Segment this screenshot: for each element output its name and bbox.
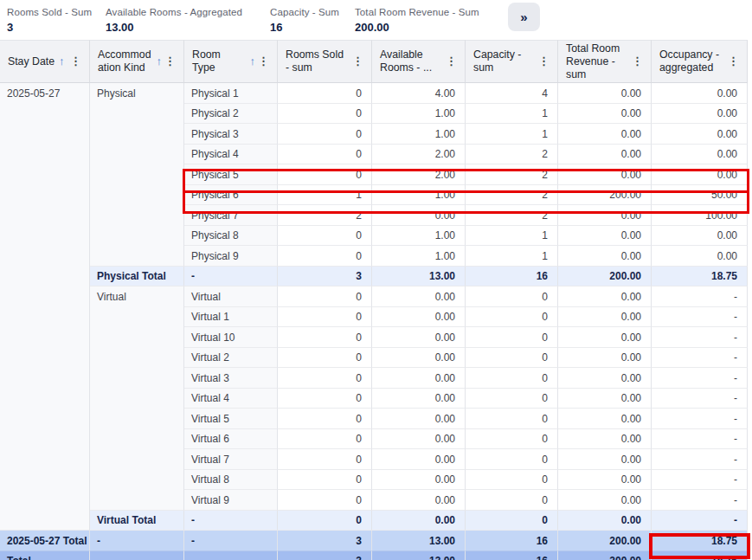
value-cell[interactable]: 0 xyxy=(278,83,372,104)
value-cell[interactable]: 0 xyxy=(466,449,558,470)
value-cell[interactable]: - xyxy=(652,327,748,348)
accommodation-kind-cell[interactable]: Physical Total xyxy=(90,267,184,287)
value-cell[interactable]: 13.00 xyxy=(372,531,466,551)
value-cell[interactable]: 0 xyxy=(278,490,372,511)
value-cell[interactable]: 0.00 xyxy=(372,205,466,226)
kebab-menu-icon[interactable]: ⋮ xyxy=(629,55,646,68)
value-cell[interactable]: 0.00 xyxy=(558,429,652,450)
value-cell[interactable]: 0.00 xyxy=(558,470,652,491)
value-cell[interactable]: - xyxy=(652,368,748,389)
value-cell[interactable]: 18.75 xyxy=(652,531,748,551)
value-cell[interactable]: 3 xyxy=(278,551,372,560)
value-cell[interactable]: - xyxy=(652,490,748,511)
kebab-menu-icon[interactable]: ⋮ xyxy=(255,55,272,68)
value-cell[interactable]: 0.00 xyxy=(372,307,466,328)
value-cell[interactable]: 18.75 xyxy=(652,551,748,560)
accommodation-kind-cell[interactable]: Virtual Total xyxy=(90,511,184,531)
room-type-cell[interactable]: Virtual 4 xyxy=(184,389,278,409)
value-cell[interactable]: 2.00 xyxy=(372,145,466,165)
value-cell[interactable]: 0.00 xyxy=(372,348,466,369)
value-cell[interactable]: 0.00 xyxy=(372,490,466,511)
value-cell[interactable]: 0 xyxy=(466,511,558,531)
value-cell[interactable]: 2 xyxy=(466,145,558,165)
value-cell[interactable]: - xyxy=(652,429,748,450)
value-cell[interactable]: - xyxy=(652,409,748,429)
value-cell[interactable]: 0 xyxy=(466,389,558,409)
room-type-cell[interactable]: Virtual 3 xyxy=(184,368,278,389)
value-cell[interactable]: 0 xyxy=(466,307,558,328)
value-cell[interactable]: 0 xyxy=(278,145,372,165)
value-cell[interactable]: - xyxy=(652,307,748,328)
value-cell[interactable]: 1.00 xyxy=(372,104,466,125)
room-type-cell[interactable]: Physical 3 xyxy=(184,124,278,145)
value-cell[interactable]: 0.00 xyxy=(652,124,748,145)
kebab-menu-icon[interactable]: ⋮ xyxy=(162,55,178,68)
value-cell[interactable]: 1 xyxy=(278,185,372,206)
value-cell[interactable]: - xyxy=(652,511,748,531)
value-cell[interactable]: 2 xyxy=(466,164,558,185)
value-cell[interactable]: 2.00 xyxy=(372,164,466,185)
value-cell[interactable]: 4 xyxy=(466,83,558,104)
value-cell[interactable]: 3 xyxy=(278,531,372,551)
value-cell[interactable]: 0 xyxy=(466,286,558,307)
value-cell[interactable]: 0.00 xyxy=(558,246,652,267)
room-type-cell[interactable]: Virtual 10 xyxy=(184,327,278,348)
value-cell[interactable]: 0 xyxy=(278,246,372,267)
value-cell[interactable]: 200.00 xyxy=(558,551,652,560)
value-cell[interactable]: 0.00 xyxy=(652,83,748,104)
room-type-cell[interactable]: - xyxy=(184,511,278,531)
value-cell[interactable]: 0.00 xyxy=(558,226,652,247)
value-cell[interactable]: 0.00 xyxy=(558,490,652,511)
value-cell[interactable]: 0.00 xyxy=(558,145,652,165)
value-cell[interactable]: 0 xyxy=(278,348,372,369)
value-cell[interactable]: 0 xyxy=(466,327,558,348)
value-cell[interactable]: 2 xyxy=(278,205,372,226)
value-cell[interactable]: 0.00 xyxy=(372,389,466,409)
value-cell[interactable]: 0 xyxy=(278,164,372,185)
value-cell[interactable]: - xyxy=(652,348,748,369)
room-type-cell[interactable]: - xyxy=(184,531,278,551)
value-cell[interactable]: 0.00 xyxy=(558,409,652,429)
column-header-room-type[interactable]: Room Type ↑ ⋮ xyxy=(184,40,278,83)
accommodation-kind-cell[interactable]: - xyxy=(90,531,184,551)
value-cell[interactable]: 0.00 xyxy=(372,511,466,531)
column-header-accommodation-kind[interactable]: Accommodation Kind ↑ ⋮ xyxy=(90,40,184,83)
value-cell[interactable]: 0.00 xyxy=(652,246,748,267)
value-cell[interactable]: 0 xyxy=(278,104,372,125)
value-cell[interactable]: 16 xyxy=(466,267,558,287)
value-cell[interactable]: 0 xyxy=(278,368,372,389)
value-cell[interactable]: 0 xyxy=(278,429,372,450)
value-cell[interactable]: 18.75 xyxy=(652,267,748,287)
value-cell[interactable]: 0.00 xyxy=(558,124,652,145)
value-cell[interactable]: - xyxy=(652,470,748,491)
stay-date-cell[interactable]: 2025-05-27 xyxy=(0,83,90,531)
value-cell[interactable]: - xyxy=(652,286,748,307)
kebab-menu-icon[interactable]: ⋮ xyxy=(443,55,460,68)
value-cell[interactable]: 0 xyxy=(278,470,372,491)
value-cell[interactable]: 0.00 xyxy=(652,145,748,165)
value-cell[interactable]: 1.00 xyxy=(372,226,466,247)
room-type-cell[interactable]: Physical 6 xyxy=(184,185,278,206)
kebab-menu-icon[interactable]: ⋮ xyxy=(725,55,742,68)
room-type-cell[interactable]: Physical 5 xyxy=(184,164,278,185)
value-cell[interactable]: 200.00 xyxy=(558,267,652,287)
value-cell[interactable]: 0 xyxy=(466,490,558,511)
value-cell[interactable]: 0.00 xyxy=(372,470,466,491)
value-cell[interactable]: 4.00 xyxy=(372,83,466,104)
accommodation-kind-cell[interactable]: Virtual xyxy=(90,286,184,511)
column-header-occupancy[interactable]: Occupancy - aggregated ⋮ xyxy=(652,40,748,83)
kebab-menu-icon[interactable]: ⋮ xyxy=(536,55,552,68)
room-type-cell[interactable]: Virtual 6 xyxy=(184,429,278,450)
room-type-cell[interactable]: Virtual 5 xyxy=(184,409,278,429)
value-cell[interactable]: 0.00 xyxy=(652,164,748,185)
value-cell[interactable]: 0 xyxy=(466,348,558,369)
column-header-rooms-sold[interactable]: Rooms Sold - sum ⋮ xyxy=(278,40,372,83)
value-cell[interactable]: 0.00 xyxy=(372,327,466,348)
value-cell[interactable]: 1 xyxy=(466,104,558,125)
column-header-total-room-revenue[interactable]: Total Room Revenue - sum ⋮ xyxy=(558,40,652,83)
value-cell[interactable]: 0 xyxy=(466,429,558,450)
room-type-cell[interactable]: Virtual 2 xyxy=(184,348,278,369)
accommodation-kind-cell[interactable]: Physical xyxy=(90,83,184,267)
value-cell[interactable]: 0 xyxy=(278,286,372,307)
sort-asc-icon[interactable]: ↑ xyxy=(59,55,65,68)
